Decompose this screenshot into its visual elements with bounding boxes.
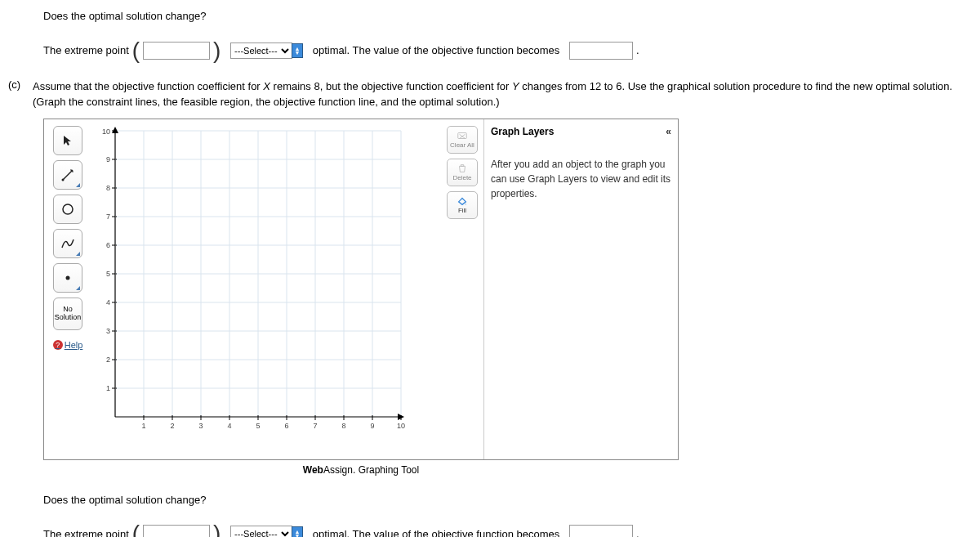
tool-corner-icon — [76, 252, 80, 256]
optimal-select-1[interactable]: ---Select--- — [230, 43, 292, 59]
extreme-point-input-2[interactable] — [143, 525, 210, 537]
layers-title: Graph Layers — [491, 126, 554, 137]
paren-open-2: ( — [132, 522, 140, 537]
svg-text:8: 8 — [341, 422, 345, 430]
help-link[interactable]: ? Help — [53, 340, 83, 350]
graphing-tool: No Solution ? Help — [43, 119, 679, 460]
extreme-point-input-1[interactable] — [143, 42, 210, 60]
question-change-2: Does the optimal solution change? — [43, 492, 980, 508]
svg-line-0 — [63, 170, 73, 180]
help-icon: ? — [53, 340, 63, 350]
paren-close-2: ) — [213, 522, 220, 537]
graph-canvas[interactable]: 123 456 789 10 123 456 789 10 — [96, 126, 406, 436]
action-column: Clear All Delete Fill — [444, 119, 480, 226]
tool-corner-icon — [76, 286, 80, 290]
layers-body-text: After you add an object to the graph you… — [491, 157, 671, 201]
svg-text:5: 5 — [256, 422, 260, 430]
collapse-panel-button[interactable]: « — [666, 126, 671, 137]
objective-value-input-2[interactable] — [569, 525, 633, 537]
tool-column: No Solution ? Help — [44, 119, 91, 356]
svg-text:6: 6 — [284, 422, 288, 430]
svg-text:3: 3 — [198, 422, 203, 430]
svg-text:4: 4 — [106, 298, 110, 307]
optimal-select-2[interactable]: ---Select--- — [230, 526, 292, 537]
svg-text:7: 7 — [106, 213, 110, 221]
webassign-footer: WebAssign. Graphing Tool — [43, 460, 679, 476]
optimal-text-1: optimal. The value of the objective func… — [313, 44, 560, 56]
optimal-text-2: optimal. The value of the objective func… — [313, 528, 560, 538]
extreme-point-label-2: The extreme point — [43, 528, 129, 538]
svg-text:8: 8 — [106, 184, 110, 192]
svg-point-3 — [66, 275, 70, 280]
svg-text:2: 2 — [170, 422, 174, 430]
answer-line-1: The extreme point ( ) ---Select--- ▲▼ op… — [43, 39, 980, 62]
svg-text:4: 4 — [227, 422, 231, 430]
no-solution-button[interactable]: No Solution — [53, 298, 82, 330]
svg-text:6: 6 — [106, 241, 110, 249]
circle-tool-button[interactable] — [53, 195, 82, 224]
svg-text:1: 1 — [106, 384, 110, 392]
select-tool-button[interactable] — [53, 126, 82, 155]
svg-text:1: 1 — [141, 422, 145, 430]
extreme-point-label: The extreme point — [43, 44, 129, 56]
period-2: . — [636, 528, 639, 538]
svg-text:10: 10 — [397, 422, 405, 430]
question-change-1: Does the optimal solution change? — [43, 8, 980, 25]
curve-tool-button[interactable] — [53, 229, 82, 258]
part-c-label: (c) — [8, 78, 33, 91]
fill-button[interactable]: Fill — [447, 191, 478, 219]
svg-rect-66 — [458, 132, 467, 138]
svg-text:5: 5 — [106, 270, 110, 278]
select-arrows-icon[interactable]: ▲▼ — [292, 526, 303, 537]
svg-text:9: 9 — [106, 155, 110, 163]
part-c-text: Assume that the objective function coeff… — [33, 78, 980, 110]
point-tool-button[interactable] — [53, 263, 82, 293]
svg-text:3: 3 — [106, 327, 110, 335]
svg-text:2: 2 — [106, 356, 110, 364]
svg-text:7: 7 — [313, 422, 317, 430]
period-1: . — [636, 44, 639, 56]
svg-text:9: 9 — [370, 422, 374, 430]
paren-open-1: ( — [132, 39, 140, 62]
graph-layers-panel: Graph Layers « After you add an object t… — [483, 119, 678, 459]
line-tool-button[interactable] — [53, 160, 82, 190]
tool-corner-icon — [76, 183, 80, 187]
svg-point-1 — [62, 178, 65, 181]
svg-text:10: 10 — [102, 128, 110, 136]
select-arrows-icon[interactable]: ▲▼ — [292, 43, 303, 58]
objective-value-input-1[interactable] — [569, 42, 633, 60]
delete-button[interactable]: Delete — [447, 159, 478, 186]
answer-line-2: The extreme point ( ) ---Select--- ▲▼ op… — [43, 522, 980, 537]
paren-close-1: ) — [213, 39, 220, 62]
clear-all-button[interactable]: Clear All — [447, 126, 478, 154]
svg-point-2 — [63, 204, 73, 214]
